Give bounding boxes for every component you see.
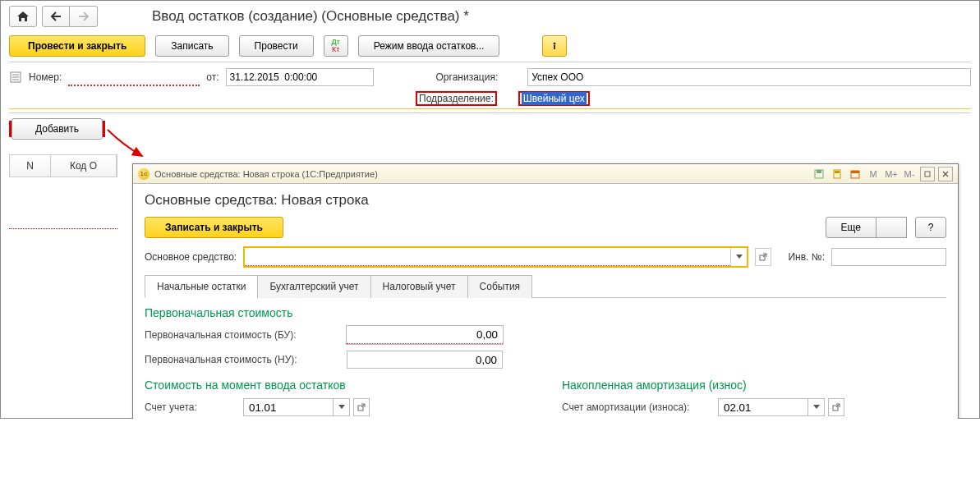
more-dropdown[interactable] xyxy=(876,217,907,238)
post-and-close-button[interactable]: Провести и закрыть xyxy=(9,35,145,57)
tool-calendar-icon[interactable] xyxy=(848,167,863,181)
svg-rect-11 xyxy=(835,171,840,173)
number-label: Номер: xyxy=(29,71,62,83)
date-label: от: xyxy=(206,71,219,83)
post-button[interactable]: Провести xyxy=(239,35,314,57)
col-n[interactable]: N xyxy=(10,155,51,177)
tab-bar: Начальные остатки Бухгалтерский учет Нал… xyxy=(145,274,946,298)
nav-back-button[interactable] xyxy=(42,6,70,27)
tab-initial[interactable]: Начальные остатки xyxy=(145,275,258,298)
dept-value-highlighted[interactable]: Швейный цех xyxy=(518,91,590,106)
help-button[interactable]: ? xyxy=(915,217,946,238)
add-button[interactable]: Добавить xyxy=(12,118,103,140)
dt-kt-button[interactable]: ДтКт xyxy=(324,35,348,57)
acc-a-dropdown-icon[interactable] xyxy=(334,398,350,416)
section-cost-at-entry: Стоимость на момент ввода остатков xyxy=(145,378,529,392)
svg-rect-13 xyxy=(851,171,859,173)
home-button[interactable] xyxy=(9,6,37,27)
table-header: N Код О xyxy=(9,154,117,177)
nav-fwd-button[interactable] xyxy=(70,6,98,27)
add-button-highlighted: Добавить xyxy=(9,121,105,137)
inv-input[interactable] xyxy=(831,248,946,266)
org-input[interactable] xyxy=(527,68,971,86)
os-open-icon[interactable] xyxy=(755,248,771,266)
svg-point-0 xyxy=(554,43,556,45)
section-deprec: Накопленная амортизация (износ) xyxy=(562,378,946,392)
app-logo-icon: 1c xyxy=(138,168,150,180)
os-field-highlighted xyxy=(243,246,748,268)
write-button[interactable]: Записать xyxy=(155,35,228,57)
page-title: Ввод остатков (создание) (Основные средс… xyxy=(152,8,469,25)
modal-heading: Основные средства: Новая строка xyxy=(145,192,946,209)
org-label: Организация: xyxy=(436,71,499,83)
f1-label: Первоначальная стоимость (БУ): xyxy=(145,329,338,341)
acc-b-open-icon[interactable] xyxy=(828,398,844,416)
os-dropdown-icon[interactable] xyxy=(730,248,747,266)
tool-calc-icon[interactable] xyxy=(830,167,844,181)
modal-window: 1c Основные средства: Новая строка (1С:П… xyxy=(132,163,959,419)
mode-button[interactable]: Режим ввода остатков... xyxy=(358,35,500,57)
arrow-annotation xyxy=(106,128,147,161)
tool-save-icon[interactable] xyxy=(812,167,826,181)
section-initial-cost: Первоначальная стоимость xyxy=(145,306,946,319)
window-restore-icon[interactable] xyxy=(920,167,935,181)
acc-a-label: Счет учета: xyxy=(145,401,235,413)
f1-input[interactable] xyxy=(347,326,503,344)
os-input[interactable] xyxy=(245,248,730,266)
acc-a-input[interactable] xyxy=(243,398,334,416)
tool-m-plus[interactable]: M+ xyxy=(884,167,899,181)
tool-m-minus[interactable]: M- xyxy=(902,167,917,181)
os-label: Основное средство: xyxy=(145,251,237,263)
tab-nu[interactable]: Налоговый учет xyxy=(370,275,468,298)
f2-label: Первоначальная стоимость (НУ): xyxy=(145,354,338,365)
tool-m[interactable]: M xyxy=(866,167,881,181)
info-button[interactable] xyxy=(542,35,567,57)
dept-label-highlighted: Подразделение: xyxy=(416,91,497,106)
inv-label: Инв. №: xyxy=(788,251,825,263)
svg-rect-14 xyxy=(925,172,930,177)
window-close-icon[interactable] xyxy=(938,167,953,181)
f2-input[interactable] xyxy=(347,351,503,369)
acc-b-dropdown-icon[interactable] xyxy=(808,398,825,416)
acc-a-open-icon[interactable] xyxy=(353,398,370,416)
more-button[interactable]: Еще xyxy=(826,217,876,238)
number-input[interactable] xyxy=(68,68,200,86)
modal-save-close-button[interactable]: Записать и закрыть xyxy=(145,217,283,238)
date-input[interactable] xyxy=(226,68,374,86)
svg-rect-1 xyxy=(554,45,555,49)
acc-b-label: Счет амортизации (износа): xyxy=(562,401,710,413)
tab-bu[interactable]: Бухгалтерский учет xyxy=(257,275,370,298)
tab-events[interactable]: События xyxy=(467,275,533,298)
acc-b-input[interactable] xyxy=(718,398,808,416)
svg-rect-9 xyxy=(817,170,821,173)
doc-icon xyxy=(9,71,22,83)
modal-window-title: Основные средства: Новая строка (1С:Пред… xyxy=(154,169,378,179)
